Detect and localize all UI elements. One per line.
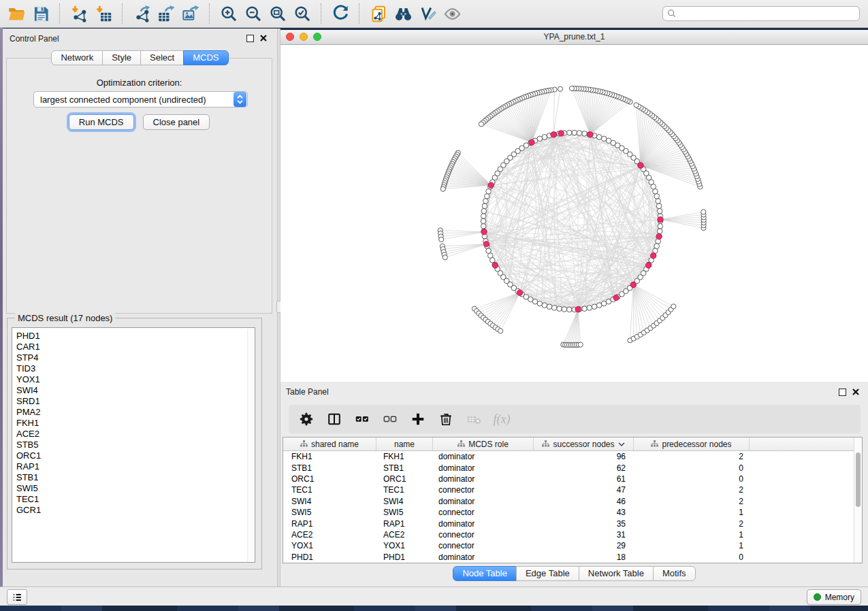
column-header-successor-nodes[interactable]: successor nodes [534, 437, 634, 450]
zoom-selected-icon[interactable] [290, 2, 315, 25]
table-scrollbar[interactable] [854, 437, 862, 563]
mcds-node-item[interactable]: RAP1 [12, 461, 255, 472]
cell[interactable]: dominator [433, 497, 534, 506]
mcds-node-item[interactable]: PHD1 [12, 331, 255, 342]
cell[interactable]: SWI5 [283, 508, 376, 517]
cell[interactable]: 2 [634, 519, 750, 529]
mcds-node-item[interactable]: CAR1 [12, 342, 255, 352]
cell[interactable]: 47 [534, 485, 634, 495]
mcds-node-item[interactable]: STB1 [12, 472, 255, 483]
add-column-icon[interactable] [407, 408, 429, 430]
cell[interactable]: dominator [433, 474, 534, 484]
column-header-MCDS-role[interactable]: MCDS role [433, 437, 534, 450]
mcds-node-item[interactable]: GCR1 [12, 505, 255, 516]
mcds-node-item[interactable]: ORC1 [12, 450, 255, 461]
cell[interactable]: dominator [433, 552, 534, 562]
cell[interactable]: SWI4 [376, 497, 433, 506]
export-network-icon[interactable] [129, 2, 154, 25]
close-table-panel-icon[interactable] [852, 388, 860, 396]
table-row-FKH1[interactable]: FKH1FKH1dominator962 [283, 451, 862, 462]
cell[interactable]: ORC1 [283, 474, 376, 484]
cell[interactable]: 35 [534, 519, 634, 529]
mcds-node-item[interactable]: TEC1 [12, 494, 255, 505]
table-tab-network-table[interactable]: Network Table [579, 566, 654, 581]
cell[interactable]: 0 [634, 463, 750, 473]
save-session-icon[interactable] [29, 2, 53, 25]
cell[interactable]: 29 [534, 541, 634, 550]
column-view-icon[interactable] [323, 408, 345, 430]
zoom-fit-icon[interactable] [266, 2, 290, 25]
cell[interactable]: 2 [634, 452, 750, 461]
cell[interactable]: TEC1 [376, 485, 433, 495]
memory-button[interactable]: Memory [807, 589, 861, 605]
table-row-STB1[interactable]: STB1STB1dominator620 [283, 462, 862, 473]
mcds-result-list[interactable]: PHD1CAR1STP4TID3YOX1SWI4SRD1PMA2FKH1ACE2… [12, 327, 255, 563]
cell[interactable]: YOX1 [283, 541, 376, 550]
settings-gear-icon[interactable] [295, 408, 317, 430]
column-header-shared-name[interactable]: shared name [283, 437, 376, 450]
column-header-predecessor-nodes[interactable]: predecessor nodes [634, 437, 750, 450]
search-input[interactable] [679, 7, 859, 20]
search-binoculars-icon[interactable] [391, 2, 415, 25]
cell[interactable]: 0 [634, 474, 750, 484]
cell[interactable]: 61 [534, 474, 634, 484]
table-row-YOX1[interactable]: YOX1YOX1connector291 [283, 540, 862, 551]
table-tab-edge-table[interactable]: Edge Table [516, 566, 579, 581]
table-tab-node-table[interactable]: Node Table [453, 566, 517, 581]
cell[interactable]: 18 [534, 552, 634, 562]
close-panel-button[interactable]: Close panel [143, 114, 210, 130]
mcds-node-item[interactable]: SWI4 [12, 385, 255, 396]
table-tab-motifs[interactable]: Motifs [653, 566, 696, 581]
network-view[interactable] [280, 45, 868, 382]
cell[interactable]: 96 [534, 452, 634, 461]
cell[interactable]: 46 [534, 497, 634, 506]
cell[interactable]: ACE2 [376, 530, 433, 540]
cell[interactable]: STB1 [283, 463, 376, 473]
import-table-icon[interactable] [91, 2, 116, 25]
table-row-TEC1[interactable]: TEC1TEC1connector472 [283, 484, 862, 495]
tab-select[interactable]: Select [140, 50, 184, 65]
cell[interactable]: TEC1 [283, 485, 376, 495]
search-box[interactable] [662, 6, 860, 21]
float-panel-icon[interactable] [246, 35, 254, 42]
select-all-icon[interactable] [351, 408, 373, 430]
run-mcds-button[interactable]: Run MCDS [69, 114, 134, 130]
table-row-SWI4[interactable]: SWI4SWI4dominator462 [283, 496, 862, 507]
mcds-node-item[interactable]: SRD1 [12, 396, 255, 407]
cell[interactable]: 2 [634, 485, 750, 495]
cell[interactable]: connector [433, 485, 534, 495]
cell[interactable]: FKH1 [283, 452, 376, 461]
mcds-node-item[interactable]: TID3 [12, 363, 255, 374]
criterion-select[interactable]: largest connected component (undirected) [33, 91, 248, 108]
cell[interactable]: SWI5 [376, 508, 433, 517]
cell[interactable]: PHD1 [283, 552, 376, 562]
mcds-node-item[interactable]: STB5 [12, 440, 255, 450]
mcds-node-item[interactable]: ACE2 [12, 429, 255, 440]
cell[interactable]: connector [433, 508, 534, 517]
table-row-PHD1[interactable]: PHD1PHD1dominator180 [283, 552, 862, 563]
zoom-in-icon[interactable] [216, 2, 241, 25]
tab-mcds[interactable]: MCDS [183, 50, 228, 65]
cell[interactable]: dominator [433, 452, 534, 461]
cell[interactable]: ORC1 [376, 474, 433, 484]
cell[interactable]: RAP1 [376, 519, 433, 529]
apply-layout-icon[interactable] [328, 2, 353, 25]
cell[interactable]: PHD1 [376, 552, 433, 562]
float-table-panel-icon[interactable] [839, 389, 846, 396]
cell[interactable]: 1 [634, 508, 750, 517]
cell[interactable]: 43 [534, 508, 634, 517]
cell[interactable]: 31 [534, 530, 634, 540]
cell[interactable]: 0 [634, 552, 750, 562]
cell[interactable]: connector [433, 530, 534, 540]
cell[interactable]: SWI4 [283, 497, 376, 506]
cell[interactable]: 2 [634, 497, 750, 506]
import-network-icon[interactable] [67, 2, 91, 25]
cell[interactable]: FKH1 [376, 452, 433, 461]
cell[interactable]: YOX1 [376, 541, 433, 550]
network-canvas[interactable] [280, 45, 868, 382]
cell[interactable]: STB1 [376, 463, 433, 473]
validate-icon[interactable] [415, 2, 440, 25]
tab-style[interactable]: Style [102, 50, 141, 65]
cell[interactable]: dominator [433, 519, 534, 529]
mcds-node-item[interactable]: STP4 [12, 352, 255, 363]
